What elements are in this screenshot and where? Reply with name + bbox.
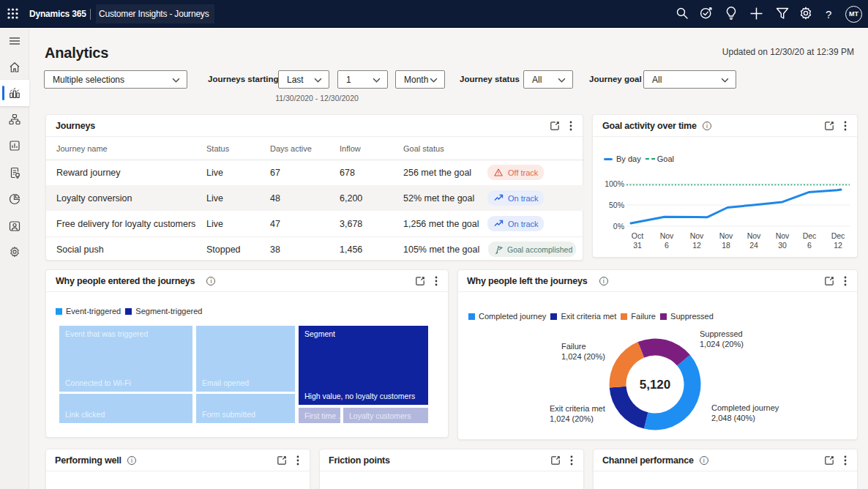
svg-text:5,120: 5,120 bbox=[640, 378, 671, 392]
svg-text:Exit criteria met: Exit criteria met bbox=[550, 404, 605, 413]
svg-text:31: 31 bbox=[633, 241, 642, 250]
svg-text:Nov: Nov bbox=[719, 231, 733, 240]
svg-text:30: 30 bbox=[778, 241, 787, 250]
svg-text:Completed journey: Completed journey bbox=[711, 403, 779, 412]
svg-text:12: 12 bbox=[692, 241, 701, 250]
svg-text:12: 12 bbox=[834, 241, 842, 250]
svg-text:6: 6 bbox=[807, 241, 812, 250]
svg-text:Dec: Dec bbox=[803, 231, 817, 240]
svg-text:Nov: Nov bbox=[776, 231, 790, 240]
svg-text:1,024 (20%): 1,024 (20%) bbox=[561, 352, 605, 361]
svg-text:Oct: Oct bbox=[632, 231, 643, 240]
svg-text:Nov: Nov bbox=[660, 231, 674, 240]
svg-text:Dec: Dec bbox=[831, 231, 845, 240]
svg-text:50%: 50% bbox=[609, 201, 624, 209]
svg-text:Failure: Failure bbox=[561, 342, 586, 351]
svg-text:0%: 0% bbox=[613, 222, 624, 231]
svg-text:2,048 (40%): 2,048 (40%) bbox=[711, 414, 755, 422]
svg-text:Nov: Nov bbox=[690, 231, 704, 240]
svg-text:1,024 (20%): 1,024 (20%) bbox=[550, 414, 594, 423]
svg-text:Nov: Nov bbox=[747, 231, 761, 240]
svg-text:18: 18 bbox=[722, 241, 730, 250]
svg-text:100%: 100% bbox=[605, 179, 624, 188]
svg-text:24: 24 bbox=[749, 241, 758, 250]
svg-text:1,024 (20%): 1,024 (20%) bbox=[700, 340, 744, 348]
svg-text:6: 6 bbox=[665, 241, 669, 250]
svg-text:Suppressed: Suppressed bbox=[700, 329, 743, 338]
